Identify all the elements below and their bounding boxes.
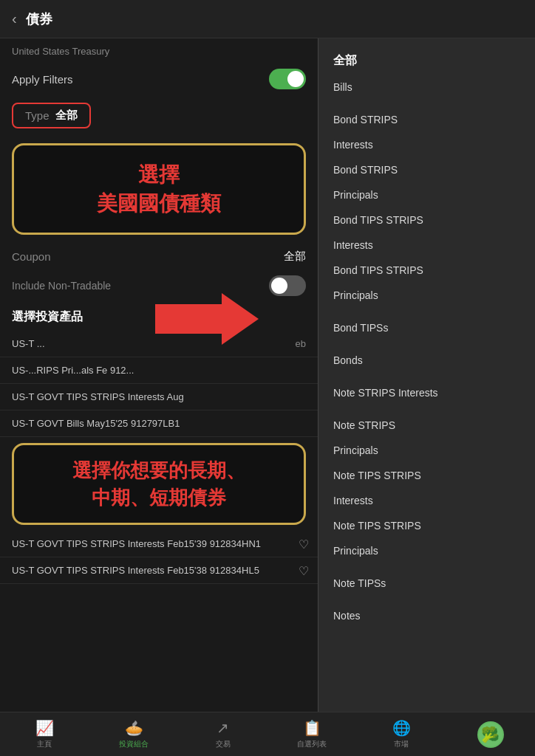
dropdown-list-item[interactable]: Principals [318,283,535,308]
product-name: US-T GOVT Bills May15'25 912797LB1 [12,418,180,429]
mascot-icon: 🥦 [477,721,504,748]
coupon-value: 全部 [284,250,306,264]
nav-item-watchlist[interactable]: 📋 自選列表 [268,719,357,749]
annotation-text-bond-type: 選擇你想要的長期、中期、短期債券 [29,457,289,511]
nav-item-trade[interactable]: ↗ 交易 [178,719,268,749]
nav-item-portfolio[interactable]: 🥧 投資組合 [89,719,179,749]
non-tradable-toggle[interactable] [269,275,306,296]
coupon-row: Coupon 全部 [0,244,318,269]
dropdown-list-item[interactable]: Interests [318,132,535,157]
nav-label-portfolio: 投資組合 [119,739,149,749]
nav-label-market: 市場 [394,739,409,749]
dropdown-list-item[interactable]: Principals [318,182,535,207]
type-value: 全部 [55,109,78,123]
product-item[interactable]: US-T GOVT Bills May15'25 912797LB1 [0,410,318,437]
dropdown-list-item[interactable]: Bond STRIPS [318,157,535,182]
dropdown-divider [318,563,535,571]
select-product-title: 選擇投資產品 [0,302,318,331]
dropdown-list-item[interactable]: Note TIPS STRIPS [318,463,535,488]
market-icon: 🌐 [392,719,411,737]
dropdown-list-item[interactable]: Note STRIPS Interests [318,380,535,405]
apply-filters-toggle[interactable] [269,69,306,89]
dropdown-divider [318,308,535,315]
dropdown-list-item[interactable]: Principals [318,538,535,563]
nav-label-watchlist: 自選列表 [297,739,327,749]
portfolio-icon: 🥧 [125,719,143,737]
dropdown-list-item[interactable]: Bills [318,75,535,100]
dropdown-list-item[interactable]: Note TIPS STRIPS [318,513,535,538]
type-selector[interactable]: Type 全部 [12,103,91,128]
dropdown-list-item[interactable]: Bond STRIPS [318,107,535,132]
dropdown-list-item[interactable]: Principals [318,438,535,463]
nav-item-market[interactable]: 🌐 市場 [357,719,446,749]
dropdown-list-item[interactable]: Bond TIPS STRIPS [318,258,535,283]
product-item-last1[interactable]: US-T GOVT TIPS STRIPS Interests Feb15'39… [0,531,318,557]
dropdown-list-item[interactable]: Bonds [318,348,535,373]
dropdown-list-item[interactable]: Bond TIPSs [318,315,535,340]
product-item[interactable]: US-T ... eb [0,331,318,357]
dropdown-divider [318,100,535,107]
product-name: US-...RIPS Pri...als Fe 912... [12,365,134,376]
type-row: Type 全部 [0,97,318,134]
non-tradable-row: Include Non-Tradable [0,269,318,302]
heart-icon[interactable]: ♡ [299,563,309,577]
annotation-box-bond-type: 選擇你想要的長期、中期、短期債券 [12,443,306,525]
dropdown-list-item[interactable]: Bond TIPS STRIPS [318,207,535,233]
product-item-last2[interactable]: US-T GOVT TIPS STRIPS Interests Feb15'38… [0,557,318,584]
header: ‹ 債券 [0,0,535,38]
trade-icon: ↗ [217,719,229,737]
page-title: 債券 [26,10,52,28]
main-layout: United States Treasury Apply Filters Typ… [0,38,535,712]
nav-label-home: 主頁 [37,739,52,749]
product-name: US-T GOVT TIPS STRIPS Interests Aug [12,391,184,402]
apply-filters-label: Apply Filters [12,73,73,86]
back-button[interactable]: ‹ [12,10,17,27]
product-item[interactable]: US-...RIPS Pri...als Fe 912... [0,357,318,384]
dropdown-list-item[interactable]: Interests [318,488,535,513]
left-panel: United States Treasury Apply Filters Typ… [0,38,318,712]
apply-filters-row: Apply Filters [0,61,318,97]
dropdown-divider [318,340,535,348]
nav-label-trade: 交易 [216,739,231,749]
type-dropdown: 全部BillsBond STRIPSInterestsBond STRIPSPr… [318,38,535,712]
non-tradable-label: Include Non-Tradable [12,280,111,292]
dropdown-header-item[interactable]: 全部 [318,44,535,75]
dropdown-divider [318,596,535,603]
dropdown-divider [318,405,535,413]
home-icon: 📈 [35,719,54,737]
dropdown-list-item[interactable]: Note STRIPS [318,413,535,438]
product-item[interactable]: US-T GOVT TIPS STRIPS Interests Aug [0,384,318,410]
product-name: US-T GOVT TIPS STRIPS Interests Feb15'39… [12,538,261,549]
dropdown-divider [318,373,535,380]
annotation-text-type: 選擇美國國債種類 [29,160,289,218]
product-name: US-T ... [12,338,45,349]
dropdown-list-item[interactable]: Notes [318,603,535,628]
dropdown-list-item[interactable]: Note TIPSs [318,571,535,596]
dropdown-list-item[interactable]: Interests [318,233,535,258]
annotation-box-type: 選擇美國國債種類 [12,143,306,235]
bottom-nav: 📈 主頁 🥧 投資組合 ↗ 交易 📋 自選列表 🌐 市場 🥦 [0,712,535,756]
watchlist-icon: 📋 [303,719,321,737]
heart-icon[interactable]: ♡ [299,537,309,551]
type-label: Type [25,109,50,122]
nav-item-mascot[interactable]: 🥦 [446,721,535,748]
nav-item-home[interactable]: 📈 主頁 [0,719,89,749]
section-label: United States Treasury [0,38,318,61]
coupon-label: Coupon [12,250,51,263]
product-name: US-T GOVT TIPS STRIPS Interests Feb15'38… [12,565,259,576]
